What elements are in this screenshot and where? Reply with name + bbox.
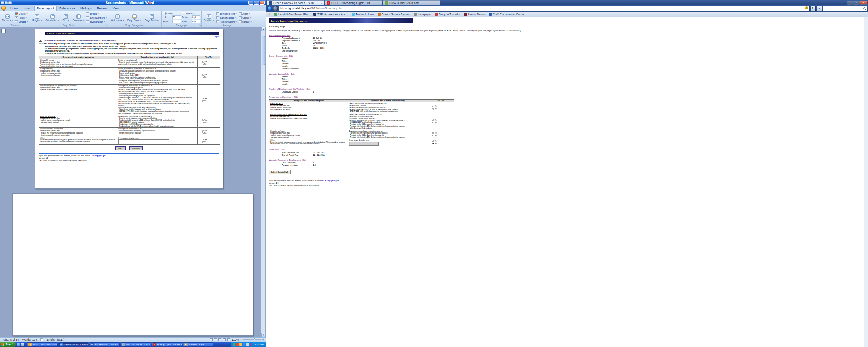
yes-radio[interactable]: [432, 132, 434, 134]
section-edit-link[interactable]: Survey Contact Info - Edit: [269, 55, 293, 57]
send-to-back-button[interactable]: Send to Back▼: [216, 16, 238, 20]
minimize-button[interactable]: –: [248, 1, 253, 5]
status-page[interactable]: Page: 8 of 34: [2, 338, 19, 341]
zoom-level[interactable]: 110%: [232, 338, 239, 341]
indent-left-spinner[interactable]: 0"▴▾: [172, 15, 181, 19]
ribbon-tab-review[interactable]: Review: [94, 6, 110, 11]
zoom-slider-thumb[interactable]: [254, 338, 255, 341]
proofing-icon[interactable]: [40, 338, 43, 341]
draft-view-icon[interactable]: [227, 338, 230, 341]
zoom-in-icon[interactable]: +: [262, 338, 264, 341]
section-edit-link[interactable]: Fiscal Year - Edit: [269, 148, 284, 151]
ie-minimize-button[interactable]: –: [847, 1, 853, 5]
page-scrollbar[interactable]: [864, 17, 868, 347]
undo-icon[interactable]: [5, 1, 8, 4]
browser-tab-youtube[interactable]: RUSH - "Headlong Flight" - Of...: [325, 0, 382, 5]
indent-right-spinner[interactable]: 0"▴▾: [172, 20, 181, 23]
yes-radio[interactable]: [432, 119, 434, 121]
favorite-link[interactable]: Landfill Gas Power Pla...: [274, 13, 310, 16]
alert-tray-icon[interactable]: [236, 343, 239, 346]
zoom-out-icon[interactable]: −: [240, 338, 242, 341]
describe-textbox[interactable]: [118, 139, 169, 144]
theme-fonts-button[interactable]: Fonts▼: [15, 16, 28, 20]
favorite-link[interactable]: Twitter / Home: [352, 13, 374, 16]
stop-icon[interactable]: ×: [817, 6, 822, 11]
favorite-link[interactable]: TSP: Access Your Acc...: [313, 13, 348, 16]
theme-effects-button[interactable]: Effects▼: [15, 20, 28, 24]
ribbon-tab-references[interactable]: References: [57, 6, 78, 11]
search-box[interactable]: [823, 6, 867, 11]
no-radio[interactable]: [432, 108, 434, 110]
no-radio[interactable]: [202, 64, 204, 65]
ribbon-tab-view[interactable]: View: [110, 6, 122, 11]
refresh-icon[interactable]: ↻: [811, 6, 816, 11]
scrollbar-thumb[interactable]: [262, 36, 265, 65]
tab-close-icon[interactable]: ×: [321, 2, 322, 5]
favorite-link[interactable]: Blog do Torcedor: [435, 13, 460, 16]
quick-launch-ie-icon[interactable]: [17, 343, 20, 346]
messenger-tray-icon[interactable]: [250, 343, 252, 346]
no-radio[interactable]: [432, 143, 434, 144]
ribbon-tab-insert[interactable]: Insert: [21, 6, 34, 11]
volume-tray-icon[interactable]: [246, 343, 249, 346]
position-button[interactable]: Position ▼: [203, 14, 216, 21]
favorite-link[interactable]: Citi® Commercial Cards: [489, 13, 524, 16]
no-radio[interactable]: [432, 135, 434, 136]
ribbon-tab-page-layout[interactable]: Page Layout: [34, 6, 57, 11]
status-words[interactable]: Words: 174: [22, 338, 37, 341]
page-borders-button[interactable]: Page Borders: [144, 14, 160, 21]
watermark-button[interactable]: Watermark ▼: [110, 14, 125, 21]
section-edit-link[interactable]: Worksite Revenue or Employment - Edit: [269, 159, 306, 161]
no-radio[interactable]: [202, 132, 204, 134]
submit-button[interactable]: Submit Data to BLS: [269, 170, 290, 174]
favorites-star-icon[interactable]: ★: [268, 12, 271, 16]
close-button[interactable]: ×: [260, 1, 265, 5]
taskbar-button-citrix[interactable]: 146.142.40.39 - Citrix ...: [121, 342, 151, 347]
show-desktop-icon[interactable]: [21, 343, 24, 346]
vertical-scrollbar[interactable]: ▲ ▼: [261, 27, 265, 337]
responses-edit-link[interactable]: Responses to Question 4 - Edit: [269, 96, 298, 98]
continue-button[interactable]: Continue: [130, 147, 142, 150]
save-icon[interactable]: [1, 1, 4, 4]
taskbar-button-word[interactable]: Screenshots - Microsoft...: [90, 342, 120, 347]
taskbar-button-pdf[interactable]: EOB (1).pdf - Adobe Re...: [152, 342, 182, 347]
yes-radio[interactable]: [202, 98, 204, 99]
page-setup-dialog-launcher[interactable]: ↘: [106, 24, 108, 27]
describe-textbox[interactable]: [349, 142, 379, 146]
section-edit-link[interactable]: Number of Employees at this Worksite - E…: [269, 88, 310, 90]
themes-button[interactable]: Themes ▼: [1, 14, 14, 21]
taskbar-button-paint[interactable]: untitled - Paint: [183, 342, 213, 347]
rotate-button[interactable]: Rotate▼: [239, 20, 252, 24]
yes-radio[interactable]: [202, 61, 204, 63]
back-button[interactable]: Back: [116, 147, 125, 150]
browser-tab-ggs[interactable]: Green Goods & Services - Sum... ×: [267, 0, 324, 5]
browser-tab-fark[interactable]: Drew Curtis' FARK.com: [383, 0, 440, 5]
yes-radio[interactable]: [432, 106, 434, 107]
size-button[interactable]: Size ▼: [61, 14, 71, 21]
section-edit-link[interactable]: Worksite Contact Info - Edit: [269, 73, 294, 75]
section-edit-link[interactable]: Physical Address - Edit: [269, 34, 290, 36]
start-button[interactable]: Start: [0, 342, 16, 347]
group-button[interactable]: Group▼: [239, 16, 252, 20]
back-navigation-icon[interactable]: ←: [267, 6, 272, 11]
spacing-before-spinner[interactable]: 0 pt▴▾: [192, 15, 200, 19]
status-language[interactable]: English (U.S.): [47, 338, 64, 341]
columns-button[interactable]: Columns ▼: [72, 14, 85, 21]
theme-colors-button[interactable]: Colors▼: [15, 12, 28, 16]
clock[interactable]: 2:23 PM: [254, 343, 264, 346]
page-color-button[interactable]: Page Color ▼: [126, 14, 143, 21]
margins-button[interactable]: Margins ▼: [31, 14, 43, 21]
favorite-link[interactable]: Instapaper: [414, 13, 431, 16]
hyphenation-button[interactable]: Hyphenation▼: [86, 20, 107, 24]
no-radio[interactable]: [432, 122, 434, 123]
ie-close-button[interactable]: ×: [859, 1, 867, 5]
web-layout-view-icon[interactable]: [218, 338, 221, 341]
update-tray-icon[interactable]: [239, 343, 242, 346]
yes-radio[interactable]: [432, 140, 434, 142]
yes-radio[interactable]: [202, 139, 204, 140]
no-radio[interactable]: [202, 141, 204, 143]
zoom-slider[interactable]: [243, 339, 261, 340]
help-email-link[interactable]: GGSHelp@bls.gov: [91, 155, 106, 157]
scroll-down-icon[interactable]: ▼: [261, 333, 265, 337]
yes-radio[interactable]: [202, 74, 204, 76]
